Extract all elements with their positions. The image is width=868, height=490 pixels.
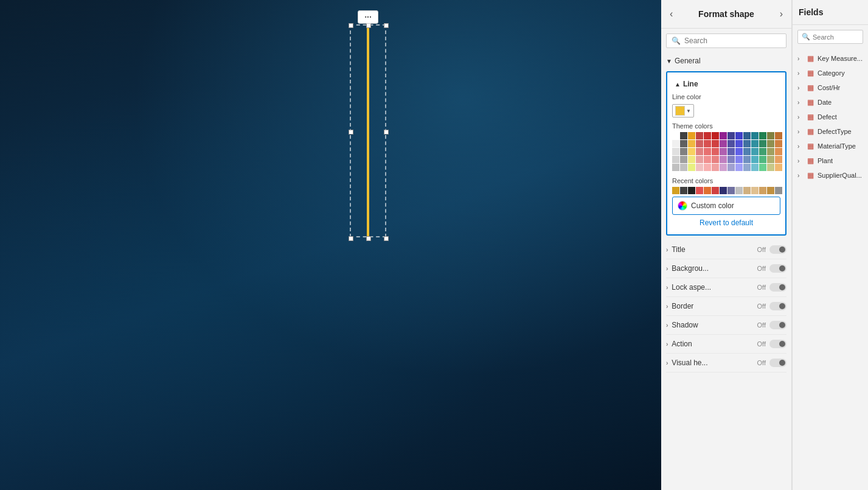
theme-color-cell[interactable] bbox=[727, 132, 735, 139]
theme-color-cell[interactable] bbox=[680, 164, 687, 171]
theme-color-cell[interactable] bbox=[767, 132, 774, 139]
theme-color-cell[interactable] bbox=[712, 148, 719, 155]
field-item[interactable]: › ▦ Defect bbox=[793, 110, 868, 124]
theme-color-cell[interactable] bbox=[696, 164, 703, 171]
theme-color-cell[interactable] bbox=[720, 140, 727, 147]
theme-color-cell[interactable] bbox=[704, 148, 711, 155]
theme-color-cell[interactable] bbox=[759, 164, 766, 171]
shape-menu-button[interactable]: ··· bbox=[358, 10, 378, 24]
theme-color-cell[interactable] bbox=[759, 132, 766, 139]
theme-color-cell[interactable] bbox=[767, 156, 774, 163]
theme-color-cell[interactable] bbox=[680, 148, 687, 155]
theme-color-cell[interactable] bbox=[735, 164, 743, 171]
theme-color-cell[interactable] bbox=[735, 156, 743, 163]
toggle-switch[interactable] bbox=[769, 321, 786, 329]
theme-color-cell[interactable] bbox=[704, 140, 711, 147]
theme-color-cell[interactable] bbox=[680, 132, 687, 139]
toggle-row[interactable]: › Shadow Off bbox=[666, 316, 786, 335]
theme-color-cell[interactable] bbox=[727, 140, 735, 147]
theme-color-cell[interactable] bbox=[688, 140, 695, 147]
theme-color-cell[interactable] bbox=[751, 156, 759, 163]
theme-color-cell[interactable] bbox=[735, 132, 743, 139]
theme-color-cell[interactable] bbox=[727, 148, 735, 155]
fields-search-input[interactable] bbox=[813, 33, 859, 41]
recent-color-cell[interactable] bbox=[775, 187, 782, 194]
recent-color-cell[interactable] bbox=[672, 187, 679, 194]
theme-color-cell[interactable] bbox=[688, 156, 695, 163]
theme-color-cell[interactable] bbox=[712, 164, 719, 171]
toggle-switch[interactable] bbox=[769, 245, 786, 254]
resize-handle-bm[interactable] bbox=[366, 236, 371, 241]
theme-color-cell[interactable] bbox=[775, 140, 782, 147]
theme-color-cell[interactable] bbox=[743, 156, 751, 163]
recent-color-cell[interactable] bbox=[759, 187, 766, 194]
theme-color-cell[interactable] bbox=[720, 164, 727, 171]
theme-color-cell[interactable] bbox=[696, 148, 703, 155]
theme-color-cell[interactable] bbox=[696, 132, 703, 139]
theme-color-cell[interactable] bbox=[688, 148, 695, 155]
recent-color-cell[interactable] bbox=[704, 187, 711, 194]
general-section-header[interactable]: ▼ General bbox=[661, 53, 791, 69]
recent-color-cell[interactable] bbox=[743, 187, 751, 194]
toggle-row[interactable]: › Action Off bbox=[666, 335, 786, 354]
theme-color-cell[interactable] bbox=[759, 148, 766, 155]
theme-color-cell[interactable] bbox=[712, 140, 719, 147]
theme-color-cell[interactable] bbox=[743, 132, 751, 139]
field-item[interactable]: › ▦ Date bbox=[793, 95, 868, 110]
recent-color-cell[interactable] bbox=[680, 187, 687, 194]
toggle-row[interactable]: › Lock aspe... Off bbox=[666, 278, 786, 297]
revert-to-default-link[interactable]: Revert to default bbox=[672, 215, 780, 229]
line-section-header[interactable]: ▲ Line bbox=[672, 77, 780, 92]
field-item[interactable]: › ▦ DefectType bbox=[793, 124, 868, 139]
toggle-switch[interactable] bbox=[769, 264, 786, 273]
toggle-switch[interactable] bbox=[769, 302, 786, 310]
theme-color-cell[interactable] bbox=[672, 140, 679, 147]
resize-handle-bl[interactable] bbox=[349, 236, 353, 241]
theme-color-cell[interactable] bbox=[775, 132, 782, 139]
format-search-box[interactable]: 🔍 bbox=[666, 33, 786, 48]
theme-color-cell[interactable] bbox=[720, 132, 727, 139]
theme-color-cell[interactable] bbox=[751, 132, 759, 139]
toggle-row[interactable]: › Visual he... Off bbox=[666, 354, 786, 373]
theme-color-cell[interactable] bbox=[712, 132, 719, 139]
recent-color-cell[interactable] bbox=[712, 187, 719, 194]
theme-color-cell[interactable] bbox=[672, 164, 679, 171]
field-item[interactable]: › ▦ Plant bbox=[793, 153, 868, 168]
theme-color-cell[interactable] bbox=[704, 156, 711, 163]
theme-color-cell[interactable] bbox=[735, 140, 743, 147]
toggle-switch[interactable] bbox=[769, 340, 786, 348]
theme-color-cell[interactable] bbox=[735, 148, 743, 155]
theme-color-cell[interactable] bbox=[704, 164, 711, 171]
theme-color-cell[interactable] bbox=[680, 140, 687, 147]
theme-color-cell[interactable] bbox=[767, 164, 774, 171]
toggle-row[interactable]: › Title Off bbox=[666, 240, 786, 259]
theme-color-cell[interactable] bbox=[720, 156, 727, 163]
theme-color-cell[interactable] bbox=[720, 148, 727, 155]
fields-search-box[interactable]: 🔍 bbox=[797, 30, 863, 44]
theme-color-cell[interactable] bbox=[672, 148, 679, 155]
toggle-row[interactable]: › Backgrou... Off bbox=[666, 259, 786, 278]
recent-color-cell[interactable] bbox=[720, 187, 727, 194]
field-item[interactable]: › ▦ Key Measure... bbox=[793, 51, 868, 66]
theme-color-cell[interactable] bbox=[743, 164, 751, 171]
field-item[interactable]: › ▦ MaterialType bbox=[793, 139, 868, 153]
field-item[interactable]: › ▦ Cost/Hr bbox=[793, 80, 868, 95]
resize-handle-br[interactable] bbox=[384, 236, 389, 241]
theme-color-cell[interactable] bbox=[743, 148, 751, 155]
theme-color-cell[interactable] bbox=[712, 156, 719, 163]
theme-color-cell[interactable] bbox=[767, 140, 774, 147]
resize-handle-tm[interactable] bbox=[366, 23, 371, 28]
theme-color-cell[interactable] bbox=[759, 156, 766, 163]
resize-handle-mr[interactable] bbox=[384, 130, 389, 135]
theme-color-cell[interactable] bbox=[767, 148, 774, 155]
recent-color-cell[interactable] bbox=[735, 187, 743, 194]
theme-color-cell[interactable] bbox=[672, 132, 679, 139]
toggle-switch[interactable] bbox=[769, 359, 786, 367]
theme-color-cell[interactable] bbox=[696, 140, 703, 147]
resize-handle-ml[interactable] bbox=[349, 130, 353, 135]
toggle-row[interactable]: › Border Off bbox=[666, 297, 786, 316]
theme-color-cell[interactable] bbox=[759, 140, 766, 147]
theme-color-cell[interactable] bbox=[727, 156, 735, 163]
resize-handle-tr[interactable] bbox=[384, 23, 389, 28]
theme-color-cell[interactable] bbox=[743, 140, 751, 147]
